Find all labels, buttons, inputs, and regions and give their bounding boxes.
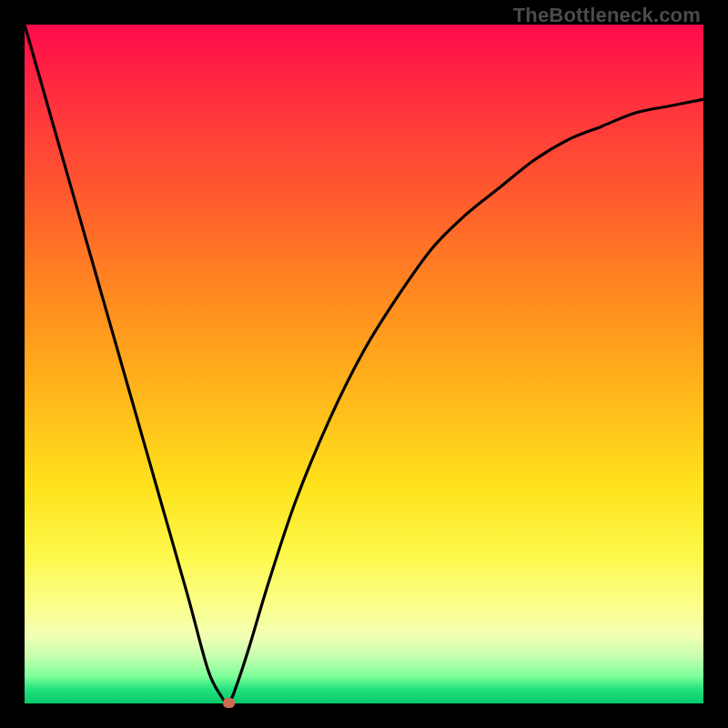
- minimum-marker: [223, 698, 235, 708]
- attribution-text: TheBottleneck.com: [513, 4, 701, 27]
- chart-stage: TheBottleneck.com: [0, 0, 728, 728]
- bottleneck-curve: [25, 25, 703, 703]
- plot-area: [25, 25, 703, 703]
